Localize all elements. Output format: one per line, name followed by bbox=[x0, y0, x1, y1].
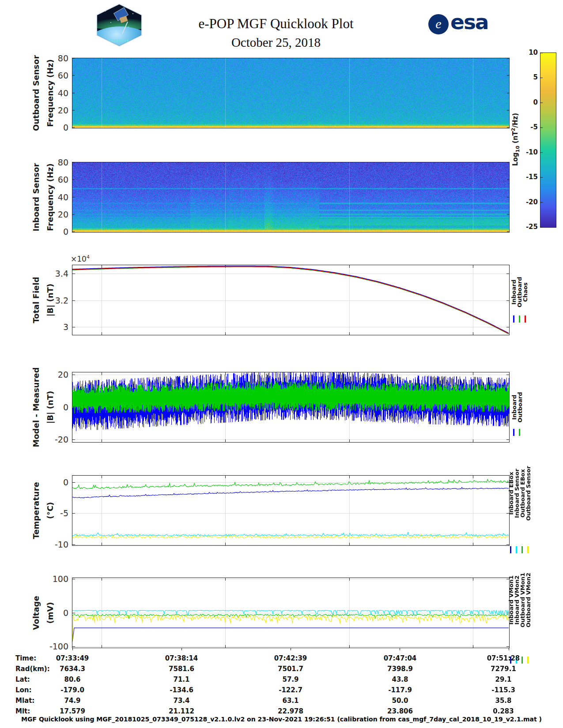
legend-marker-icon bbox=[513, 315, 514, 323]
colorbar-tick-label: -25 bbox=[507, 223, 538, 231]
y-tick-label: -100 bbox=[39, 642, 68, 651]
legend-marker-icon bbox=[513, 429, 514, 436]
y-tick-label: 100 bbox=[39, 574, 68, 584]
legend-marker-icon bbox=[527, 657, 529, 664]
table-cell: 22.978 bbox=[278, 707, 303, 715]
axis-label-inboard-spectrogram: Inboard SensorFrequency (Hz) bbox=[29, 163, 57, 232]
table-row-label: Rad(km): bbox=[15, 665, 50, 673]
table-cell: 7501.7 bbox=[278, 665, 303, 673]
time-axis-tick bbox=[400, 648, 400, 650]
table-row-label: Mlt: bbox=[15, 707, 30, 715]
table-row-label: Lon: bbox=[15, 686, 32, 694]
inboard-spectrogram-panel bbox=[72, 162, 510, 233]
axis-label-outboard-spectrogram: Outboard SensorFrequency (Hz) bbox=[29, 55, 57, 131]
legend-marker-icon bbox=[521, 657, 523, 664]
time-axis-tick bbox=[291, 648, 291, 650]
table-cell: 35.8 bbox=[495, 697, 511, 705]
outboard-spectrogram-canvas bbox=[72, 58, 509, 128]
legend-marker-icon bbox=[519, 429, 520, 436]
footer-provenance-text: MGF Quicklook using MGF_20181025_073349_… bbox=[0, 716, 563, 723]
table-cell: 71.1 bbox=[173, 675, 189, 683]
temperature-panel bbox=[72, 475, 510, 546]
time-axis-tick bbox=[509, 648, 509, 650]
y-tick-label: 3 bbox=[39, 322, 68, 332]
colorbar-tick-label: -20 bbox=[507, 198, 538, 206]
table-cell: 7398.9 bbox=[387, 665, 413, 673]
colorbar-tick-label: -10 bbox=[507, 148, 538, 156]
axis-label-model-minus-measured: Model - Measured|B| (nT) bbox=[29, 367, 57, 447]
colorbar bbox=[540, 53, 556, 228]
table-row-label: Mlat: bbox=[15, 697, 34, 705]
table-cell: 0.283 bbox=[493, 707, 514, 715]
table-row-label: Lat: bbox=[15, 675, 30, 683]
y-tick-label: -10 bbox=[39, 540, 68, 549]
table-cell: 29.1 bbox=[495, 675, 511, 683]
table-cell: -122.7 bbox=[279, 686, 302, 694]
total-field-exponent-label: ×104 bbox=[71, 254, 90, 263]
table-cell: 7634.3 bbox=[60, 665, 85, 673]
model-minus-measured-panel bbox=[72, 372, 510, 443]
temperature-canvas bbox=[72, 476, 509, 545]
table-cell: 50.0 bbox=[392, 697, 408, 705]
table-cell: 7581.6 bbox=[169, 665, 194, 673]
esa-logo-text: esa bbox=[450, 10, 488, 34]
time-axis-tick bbox=[181, 648, 182, 650]
page-date-subtitle: October 25, 2018 bbox=[126, 35, 426, 50]
colorbar-tick-label: 0 bbox=[507, 98, 538, 106]
table-cell: 43.8 bbox=[392, 675, 408, 683]
esa-globe-icon: e bbox=[428, 14, 449, 34]
legend-marker-icon bbox=[510, 546, 511, 553]
table-cell: 21.112 bbox=[169, 707, 194, 715]
colorbar-tick-label: -5 bbox=[507, 123, 538, 131]
table-cell: 07:47:04 bbox=[384, 654, 417, 662]
outboard-spectrogram-panel bbox=[72, 58, 510, 128]
total-field-panel bbox=[72, 265, 510, 335]
legend-label-outboard-vmon2: Outboard VMon2 bbox=[525, 573, 531, 627]
table-row-label: Time: bbox=[15, 654, 36, 662]
star-icon bbox=[132, 13, 133, 14]
table-cell: 80.6 bbox=[64, 675, 80, 683]
inboard-spectrogram-canvas bbox=[72, 162, 509, 232]
table-cell: -134.6 bbox=[170, 686, 193, 694]
voltage-canvas bbox=[72, 578, 509, 648]
table-cell: -115.3 bbox=[491, 686, 515, 694]
table-cell: 23.806 bbox=[387, 707, 413, 715]
legend-label-outboard-sensor: Outboard Sensor bbox=[525, 466, 531, 521]
legend-marker-icon bbox=[521, 546, 523, 553]
legend-marker-icon bbox=[519, 315, 520, 323]
model-minus-measured-canvas bbox=[72, 372, 509, 442]
colorbar-tick-label: 5 bbox=[507, 73, 538, 81]
table-cell: 07:42:39 bbox=[274, 654, 307, 662]
voltage-panel bbox=[72, 578, 510, 648]
legend-marker-icon bbox=[516, 546, 517, 553]
table-cell: 07:51:28 bbox=[487, 654, 520, 662]
time-axis-tick bbox=[72, 648, 73, 650]
table-cell: 07:38:14 bbox=[165, 654, 198, 662]
axis-label-voltage: Voltage(mV) bbox=[29, 596, 57, 630]
colorbar-tick-label: 10 bbox=[507, 49, 538, 56]
legend-label-chaos: Chaos bbox=[522, 282, 529, 302]
table-cell: -117.9 bbox=[388, 686, 412, 694]
legend-label-outboard: Outboard bbox=[516, 392, 523, 422]
table-cell: 63.1 bbox=[282, 697, 299, 705]
epop-mgf-quicklook-page: CASSIOPE e-POP MGF Quicklook Plot Octobe… bbox=[0, 0, 563, 728]
table-cell: 73.4 bbox=[173, 697, 189, 705]
total-field-canvas bbox=[72, 265, 509, 335]
table-cell: -179.0 bbox=[60, 686, 84, 694]
colorbar-tick-label: -15 bbox=[507, 173, 538, 181]
table-cell: 7279.1 bbox=[491, 665, 516, 673]
legend-marker-icon bbox=[525, 315, 526, 323]
axis-label-temperature: Temperature(°C) bbox=[29, 482, 57, 539]
colorbar-label: Log10 (nT2/Hz) bbox=[510, 113, 521, 166]
page-title: e-POP MGF Quicklook Plot bbox=[126, 16, 426, 32]
legend-marker-icon bbox=[527, 546, 529, 553]
table-cell: 17.579 bbox=[60, 707, 85, 715]
table-cell: 74.9 bbox=[64, 697, 80, 705]
axis-label-total-field: Total Field|B| (nT) bbox=[29, 277, 57, 323]
table-cell: 57.9 bbox=[282, 675, 299, 683]
table-cell: 07:33:49 bbox=[56, 654, 89, 662]
